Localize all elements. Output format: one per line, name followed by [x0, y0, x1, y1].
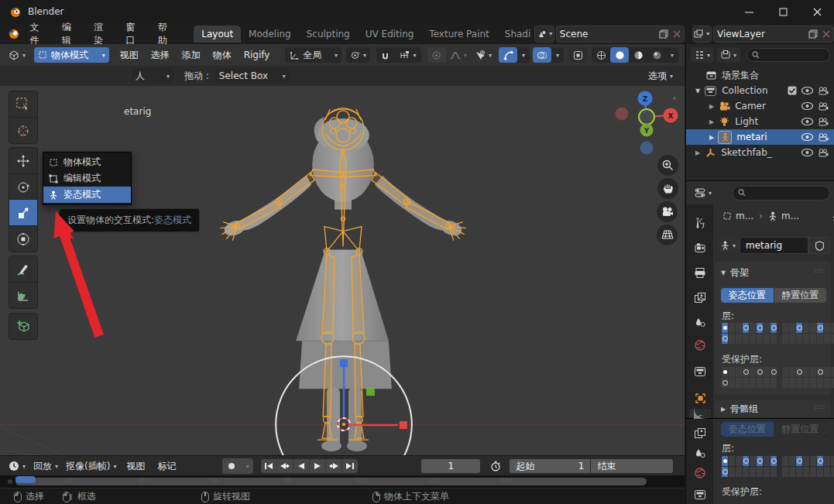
shading-material-button[interactable]	[629, 47, 647, 63]
zoom-button[interactable]	[657, 155, 678, 176]
layer-toggle[interactable]	[796, 334, 802, 344]
layer-toggle[interactable]	[757, 367, 763, 377]
menu-item-object-mode[interactable]: 物体模式	[43, 154, 131, 170]
layer-toggle[interactable]	[796, 367, 802, 377]
layer-toggle[interactable]	[817, 456, 823, 466]
menu-item-edit-mode[interactable]: 编辑模式	[43, 170, 131, 187]
region-corner-widget[interactable]	[692, 406, 709, 422]
tool-select-box[interactable]	[9, 91, 38, 118]
rest-position-button[interactable]: 静置位置	[774, 288, 827, 303]
timeline-view-menu[interactable]: 视图	[120, 458, 151, 475]
pivot-point-dropdown[interactable]: ▾	[346, 47, 370, 63]
row-light[interactable]: ▶ Light	[686, 114, 834, 129]
layer-toggle[interactable]	[789, 334, 795, 344]
expand-arrow-icon[interactable]: ▶	[709, 118, 714, 125]
disable-render-icon[interactable]	[818, 102, 829, 111]
options-dropdown[interactable]: 选项 ▾	[644, 68, 677, 84]
tool-cursor[interactable]	[9, 117, 38, 144]
overlays-dropdown[interactable]: ▾	[551, 47, 564, 63]
hide-eye-icon[interactable]	[801, 102, 813, 110]
layer-toggle[interactable]	[743, 378, 749, 388]
layer-toggle[interactable]	[803, 456, 809, 466]
row-collection[interactable]: ▼ Collection	[686, 83, 834, 98]
layer-toggle[interactable]	[789, 323, 795, 333]
tab-world[interactable]	[689, 464, 711, 482]
layer-toggle[interactable]	[764, 456, 770, 466]
expand-arrow-icon[interactable]: ▶	[695, 149, 700, 156]
viewlayer-type-dropdown[interactable]: ▾	[692, 26, 712, 43]
layer-toggle[interactable]	[789, 456, 795, 466]
layer-toggle[interactable]	[729, 456, 735, 466]
layer-toggle[interactable]	[750, 323, 756, 333]
layer-toggle[interactable]	[796, 378, 802, 388]
layer-toggle[interactable]	[824, 334, 830, 344]
layer-toggle[interactable]	[771, 378, 777, 388]
layer-toggle[interactable]	[817, 323, 823, 333]
next-keyframe-button[interactable]	[326, 459, 342, 473]
layer-grid-2[interactable]	[722, 456, 834, 477]
play-reverse-button[interactable]	[293, 459, 310, 473]
tab-tool[interactable]	[689, 214, 711, 232]
row-metarig[interactable]: ▶ metari	[686, 129, 834, 145]
layer-toggle[interactable]	[729, 334, 735, 344]
tool-annotate[interactable]	[9, 255, 38, 283]
tab-shading[interactable]: Shading	[497, 26, 532, 43]
layer-toggle[interactable]	[743, 323, 749, 333]
expand-arrow-icon[interactable]: ▶	[709, 103, 714, 110]
tab-view-layer[interactable]	[689, 288, 711, 307]
layer-toggle[interactable]	[757, 467, 763, 477]
layer-toggle[interactable]	[817, 378, 823, 388]
blender-menu-icon[interactable]	[6, 29, 20, 39]
layer-toggle[interactable]	[764, 378, 770, 388]
layer-toggle[interactable]	[757, 323, 763, 333]
gizmos-toggle[interactable]	[499, 47, 517, 63]
disable-render-icon[interactable]	[818, 118, 829, 126]
layer-toggle[interactable]	[764, 334, 770, 344]
tool-move[interactable]	[9, 147, 38, 174]
scene-type-dropdown[interactable]: ▾	[534, 26, 554, 43]
pose-position-button[interactable]: 姿态位置	[721, 288, 774, 303]
frame-start-field[interactable]: 起始 1	[510, 459, 590, 473]
outliner-search-input[interactable]	[746, 48, 830, 62]
menu-rigify[interactable]: Rigify	[238, 47, 276, 63]
layer-toggle[interactable]	[824, 323, 830, 333]
minimize-button[interactable]	[732, 0, 766, 23]
menu-object[interactable]: 物体	[207, 46, 238, 64]
auto-keying-toggle[interactable]	[222, 458, 241, 474]
timeline-scrollbar[interactable]	[15, 478, 647, 485]
layer-toggle[interactable]	[824, 467, 830, 477]
proportional-falloff-dropdown[interactable]: ▾	[446, 47, 471, 63]
layer-toggle[interactable]	[817, 367, 823, 377]
axis-neg-x[interactable]	[616, 108, 629, 121]
tab-layout[interactable]: Layout	[194, 26, 241, 43]
menu-add[interactable]: 添加	[176, 46, 207, 64]
unlink-scene-icon[interactable]	[673, 30, 681, 38]
layer-toggle[interactable]	[764, 323, 770, 333]
current-frame-field[interactable]: 1	[421, 459, 480, 473]
bone-groups-header[interactable]: ▶ 骨骼组	[721, 403, 758, 416]
layer-toggle[interactable]	[782, 467, 788, 477]
properties-editor-type-button[interactable]: ▾	[691, 185, 716, 201]
new-viewlayer-icon[interactable]	[808, 29, 818, 39]
tool-rotate[interactable]	[9, 173, 38, 201]
layer-toggle[interactable]	[803, 323, 809, 333]
jump-to-end-button[interactable]	[342, 459, 358, 473]
layer-toggle[interactable]	[831, 334, 834, 344]
layer-toggle[interactable]	[803, 378, 809, 388]
menu-item-pose-mode[interactable]: 姿态模式	[43, 187, 131, 203]
disable-render-icon[interactable]	[818, 87, 829, 95]
layer-toggle[interactable]	[736, 378, 742, 388]
close-button[interactable]	[800, 0, 834, 23]
properties-search-input[interactable]	[733, 186, 830, 201]
tab-object[interactable]	[689, 389, 711, 407]
hide-eye-icon[interactable]	[801, 118, 813, 125]
character-model[interactable]	[209, 86, 476, 455]
gizmo-y-handle[interactable]	[366, 387, 375, 396]
tab-collection-props[interactable]	[689, 362, 711, 381]
axis-neg-z[interactable]	[640, 142, 654, 155]
layer-toggle[interactable]	[824, 456, 830, 466]
layer-toggle[interactable]	[750, 367, 756, 377]
layer-toggle[interactable]	[722, 334, 728, 344]
visibility-dropdown[interactable]: ▾	[471, 47, 496, 63]
layer-toggle[interactable]	[743, 367, 749, 377]
